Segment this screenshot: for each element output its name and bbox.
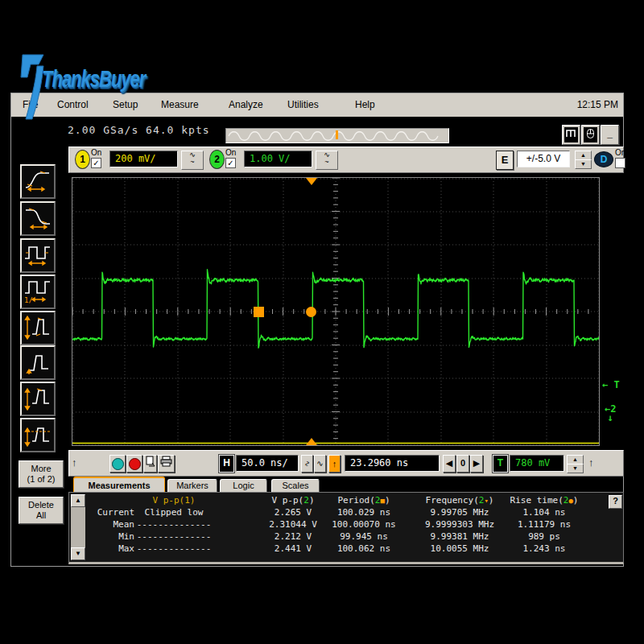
plot-area bbox=[72, 177, 600, 446]
external-range-spinner: ▲ ▼ bbox=[575, 151, 592, 168]
touch-arrow-icon[interactable]: ↑ bbox=[588, 456, 594, 469]
minimize-button[interactable]: _ bbox=[601, 125, 619, 145]
menu-measure[interactable]: Measure bbox=[161, 99, 199, 110]
search-wave-icon: ∿ bbox=[316, 459, 323, 468]
search-wave-button[interactable]: ∿ bbox=[314, 455, 326, 473]
copy-screen-button[interactable] bbox=[143, 455, 157, 473]
sidebar-button-v-max[interactable] bbox=[20, 382, 56, 416]
meas-row-max: Max--------------2.441 V100.062 ns10.005… bbox=[69, 543, 623, 555]
trigger-level-marker[interactable]: ← T bbox=[602, 381, 620, 390]
undo-arrow-icon[interactable]: ↑ bbox=[72, 456, 77, 469]
trigger-position-button[interactable]: ↑ bbox=[328, 455, 341, 473]
meas-header-v-p-p: V p-p(1) bbox=[121, 495, 227, 506]
pulse-icon-button[interactable] bbox=[562, 125, 580, 145]
trigger-time-marker-bottom[interactable] bbox=[306, 438, 317, 445]
meas-row-mean: Mean--------------2.31044 V100.00070 ns9… bbox=[69, 519, 623, 531]
sidebar-button-v-min[interactable] bbox=[20, 345, 56, 380]
waveform-trace bbox=[72, 178, 599, 445]
print-icon bbox=[160, 456, 172, 467]
channel2-scale-display[interactable]: 1.00 V/ bbox=[244, 151, 312, 167]
external-trigger-button[interactable]: E bbox=[496, 151, 514, 170]
meas-cell: -------------- bbox=[121, 531, 227, 542]
meas-cell: Clipped low bbox=[121, 507, 227, 518]
delete-all-label: All bbox=[19, 510, 63, 521]
waveform-position-slider[interactable] bbox=[225, 128, 449, 143]
sidebar-button-v-average[interactable] bbox=[20, 418, 56, 452]
menu-help[interactable]: Help bbox=[355, 99, 375, 110]
channel2-ground-marker[interactable]: ←2 ↓ bbox=[605, 405, 616, 423]
delete-all-button[interactable]: Delete All bbox=[19, 497, 64, 524]
frequency-icon: 1/ bbox=[23, 277, 53, 307]
meas-cell: 100.062 ns bbox=[316, 543, 412, 554]
channel2-on-checkbox[interactable]: ✓ bbox=[225, 158, 236, 168]
channel1-scale-display[interactable]: 200 mV/ bbox=[109, 151, 178, 167]
delay-left-button[interactable]: ◀ bbox=[443, 455, 456, 473]
v-min-icon bbox=[23, 348, 53, 378]
risetime-marker-circle[interactable] bbox=[306, 307, 316, 317]
channel-bar: 1 On ✓ 200 mV/ ∿ ~ 2 On ✓ 1.00 V/ ∿ ~ E … bbox=[68, 147, 624, 173]
zoom-wave-button[interactable]: ∿ bbox=[301, 455, 313, 473]
menu-file[interactable]: File bbox=[23, 99, 38, 110]
print-button[interactable] bbox=[158, 455, 175, 473]
mouse-icon bbox=[584, 127, 597, 142]
channel1-coupling-button[interactable]: ∿ ~ bbox=[181, 151, 204, 170]
slider-center-tick bbox=[336, 130, 338, 139]
v-average-icon bbox=[23, 420, 53, 450]
period-icon bbox=[23, 241, 53, 270]
channel2-coupling-button[interactable]: ∿ ~ bbox=[316, 151, 338, 170]
digital-on-checkbox[interactable] bbox=[615, 158, 625, 168]
fall-time-icon bbox=[23, 204, 53, 233]
measurement-table: ▲ ▼ V p-p(1)V p-p(2)Period(2■)Frequency(… bbox=[68, 492, 624, 564]
trigger-key[interactable]: T bbox=[493, 455, 508, 473]
channel2-button[interactable]: 2 bbox=[209, 150, 225, 169]
menu-setup[interactable]: Setup bbox=[113, 99, 138, 110]
trigger-level-display[interactable]: 780 mV bbox=[510, 455, 564, 472]
delay-display[interactable]: 23.2960 ns bbox=[345, 455, 440, 472]
channel1-on-checkbox[interactable]: ✓ bbox=[91, 158, 101, 168]
meas-cell: 99.945 ns bbox=[316, 531, 412, 542]
v-max-icon bbox=[23, 384, 53, 414]
delay-right-button[interactable]: ▶ bbox=[470, 455, 483, 473]
delete-label: Delete bbox=[19, 500, 63, 510]
meas-header-period: Period(2■) bbox=[316, 495, 412, 506]
meas-cell: 1.243 ns bbox=[494, 543, 594, 554]
spin-down-button[interactable]: ▼ bbox=[575, 159, 592, 169]
spin-down-button[interactable]: ▼ bbox=[567, 464, 584, 473]
sidebar-button-frequency[interactable]: 1/ bbox=[20, 275, 56, 309]
horizontal-key[interactable]: H bbox=[219, 455, 234, 473]
waveform-display: ← T ←2 ↓ ↓1 bbox=[68, 173, 624, 450]
channel2-on: On ✓ bbox=[225, 148, 242, 168]
digital-on: On bbox=[615, 148, 631, 168]
sidebar-button-rise-time[interactable] bbox=[20, 164, 56, 199]
dc-coupling-icon: ~ bbox=[316, 159, 337, 166]
menu-control[interactable]: Control bbox=[57, 99, 89, 110]
sidebar-button-fall-time[interactable] bbox=[20, 201, 56, 236]
mouse-button[interactable] bbox=[581, 125, 600, 145]
period-marker-square[interactable] bbox=[254, 307, 264, 317]
channel1-button[interactable]: 1 bbox=[75, 150, 90, 169]
acquisition-status: 2.00 GSa/s 64.0 kpts bbox=[68, 124, 210, 136]
sidebar-button-v-peak-peak[interactable] bbox=[20, 311, 56, 345]
meas-cell: 989 ps bbox=[494, 531, 594, 542]
menu-utilities[interactable]: Utilities bbox=[287, 99, 319, 110]
timebase-display[interactable]: 50.0 ns/ bbox=[236, 455, 299, 472]
external-trigger-range-display[interactable]: +/-5.0 V bbox=[517, 151, 570, 167]
status-strip: 2.00 GSa/s 64.0 kpts _ bbox=[11, 117, 623, 147]
meas-cell: 100.029 ns bbox=[316, 507, 412, 518]
menu-bar: File Control Setup Measure Analyze Utili… bbox=[11, 93, 623, 118]
menu-analyze[interactable]: Analyze bbox=[229, 99, 263, 110]
copy-icon bbox=[146, 456, 155, 467]
digital-channels-button[interactable]: D bbox=[594, 151, 613, 167]
run-button[interactable] bbox=[109, 455, 126, 473]
help-button[interactable]: ? bbox=[609, 495, 622, 509]
trigger-time-marker-top[interactable] bbox=[306, 178, 317, 185]
oscilloscope-screen: File Control Setup Measure Analyze Utili… bbox=[10, 93, 624, 567]
delay-zero-button[interactable]: 0 bbox=[456, 455, 469, 473]
stop-button[interactable] bbox=[126, 455, 142, 473]
trigger-position-icon: ↑ bbox=[332, 459, 337, 469]
dc-coupling-icon: ~ bbox=[182, 159, 203, 166]
rise-time-icon bbox=[23, 167, 53, 196]
meas-header-row: V p-p(1)V p-p(2)Period(2■)Frequency(2▾)R… bbox=[69, 495, 623, 507]
more-button[interactable]: More (1 of 2) bbox=[19, 460, 64, 488]
sidebar-button-period[interactable] bbox=[20, 238, 56, 273]
